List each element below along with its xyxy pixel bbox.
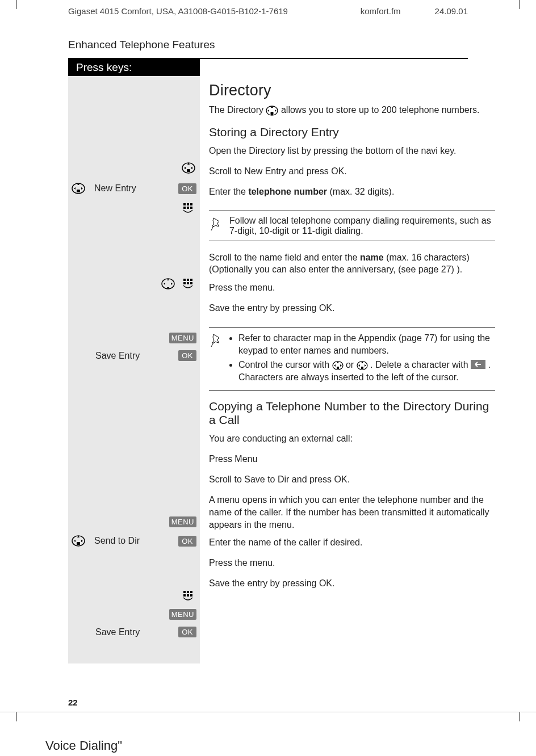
back-key-icon: [471, 360, 485, 369]
svg-rect-22: [183, 594, 186, 597]
step-text: Enter the telephone number (max. 32 digi…: [209, 184, 495, 201]
left-label-save-entry: Save Entry: [75, 351, 174, 361]
navi-key-icon: [70, 534, 86, 548]
left-row-navi-keypad: [68, 274, 200, 294]
heading-directory: Directory: [209, 82, 495, 99]
svg-rect-1: [187, 169, 190, 172]
right-column: Directory The Directory allows you to st…: [200, 76, 496, 663]
text: Control the cursor with: [238, 360, 332, 369]
svg-rect-11: [183, 279, 186, 281]
ok-badge: OK: [178, 536, 196, 547]
menu-badge: MENU: [169, 333, 196, 343]
step-text: A menu opens in which you can enter the …: [209, 493, 495, 532]
menu-badge: MENU: [169, 609, 196, 620]
left-row-navi: [68, 158, 200, 178]
svg-rect-16: [190, 282, 192, 284]
svg-rect-9: [190, 207, 192, 209]
text: The Directory: [209, 105, 266, 115]
page-number: 22: [0, 663, 536, 707]
svg-line-28: [211, 342, 213, 347]
navi-key-icon: [266, 105, 278, 116]
heading-copy: Copying a Telephone Number to the Direct…: [209, 400, 495, 427]
text: Enter the: [209, 187, 248, 196]
note-bullet: Refer to character map in the Appendix (…: [238, 332, 495, 356]
svg-rect-8: [187, 207, 189, 209]
left-row-save-entry: Save Entry OK: [68, 347, 200, 364]
svg-line-27: [211, 226, 213, 230]
navi-key-icon: [160, 277, 176, 291]
section-title: Enhanced Telephone Features: [68, 39, 536, 51]
text-bold: name: [360, 253, 384, 262]
left-row-menu: MENU: [68, 606, 200, 623]
left-row-menu: MENU: [68, 329, 200, 347]
ok-badge: OK: [178, 627, 196, 637]
keypad-icon: [181, 590, 196, 602]
svg-rect-15: [187, 282, 189, 284]
text: or: [346, 360, 357, 369]
text-bold: telephone number: [248, 187, 327, 196]
note-bullet: Control the cursor with or . Delete a ch…: [238, 359, 495, 383]
pushpin-icon: [210, 216, 224, 232]
navi-key-icon: [357, 360, 368, 371]
ok-badge: OK: [178, 350, 196, 361]
step-text: Scroll to the name field and enter the n…: [209, 250, 495, 277]
svg-rect-6: [190, 203, 192, 205]
left-label-save-entry: Save Entry: [75, 627, 174, 637]
left-column: New Entry OK MENU Save Entry OK: [68, 76, 200, 663]
svg-rect-18: [77, 542, 80, 545]
step-text: Open the Directory list by pressing the …: [209, 144, 495, 161]
step-text: You are conducting an external call:: [209, 431, 495, 448]
menu-badge: MENU: [169, 516, 196, 527]
text: (Optionally you can also enter the anniv…: [209, 264, 462, 274]
svg-rect-19: [183, 591, 186, 593]
navi-key-icon: [70, 182, 86, 195]
keypad-icon: [181, 202, 196, 215]
step-text: Press the menu.: [209, 556, 495, 573]
text: Scroll to the name field and enter the: [209, 253, 360, 262]
svg-rect-21: [190, 591, 192, 593]
note-box: Follow all local telephone company diali…: [209, 211, 495, 241]
step-text: Scroll to New Entry and press OK.: [209, 164, 495, 181]
intro-paragraph: The Directory allows you to store up to …: [209, 104, 495, 116]
navi-key-icon: [332, 360, 344, 371]
svg-rect-14: [183, 282, 186, 284]
note-text: Follow all local telephone company diali…: [229, 216, 491, 236]
left-row-new-entry: New Entry OK: [68, 178, 200, 199]
left-label-send-to-dir: Send to Dir: [91, 536, 174, 546]
svg-rect-4: [183, 203, 186, 205]
svg-rect-13: [190, 279, 192, 281]
step-text: Press the menu.: [209, 280, 495, 297]
left-row-keypad: [68, 199, 200, 218]
left-row-keypad: [68, 586, 200, 606]
pushpin-icon: [210, 332, 224, 348]
ok-badge: OK: [178, 183, 196, 194]
text: (max. 32 digits).: [327, 187, 394, 196]
step-text: Press Menu: [209, 452, 495, 469]
keypad-icon: [181, 278, 196, 290]
step-text: Save the entry by pressing OK.: [209, 301, 495, 318]
svg-rect-23: [187, 594, 189, 597]
footer-title: Voice Dialing": [0, 721, 536, 753]
left-label-new-entry: New Entry: [91, 183, 174, 194]
text: (max. 16 characters): [384, 253, 470, 262]
left-row-send-to-dir: Send to Dir OK: [68, 531, 200, 551]
svg-rect-32: [361, 367, 363, 369]
text: . Delete a character with: [370, 360, 471, 369]
svg-rect-3: [77, 190, 80, 192]
svg-rect-7: [183, 207, 186, 209]
meta-date: 24.09.01: [435, 6, 468, 16]
heading-storing: Storing a Directory Entry: [209, 125, 495, 139]
left-row-menu: MENU: [68, 513, 200, 531]
step-text: Scroll to Save to Dir and press OK.: [209, 472, 495, 489]
crop-marks-bottom: [0, 712, 536, 721]
press-keys-header: Press keys:: [68, 59, 200, 76]
svg-rect-20: [187, 591, 189, 593]
navi-key-icon: [181, 161, 196, 175]
note-box: Refer to character map in the Appendix (…: [209, 327, 495, 390]
svg-rect-24: [190, 594, 192, 597]
svg-rect-26: [271, 112, 274, 115]
svg-rect-5: [187, 203, 189, 205]
svg-rect-30: [337, 367, 339, 369]
text: allows you to store up to 200 telephone …: [281, 105, 480, 115]
svg-rect-12: [187, 279, 189, 281]
